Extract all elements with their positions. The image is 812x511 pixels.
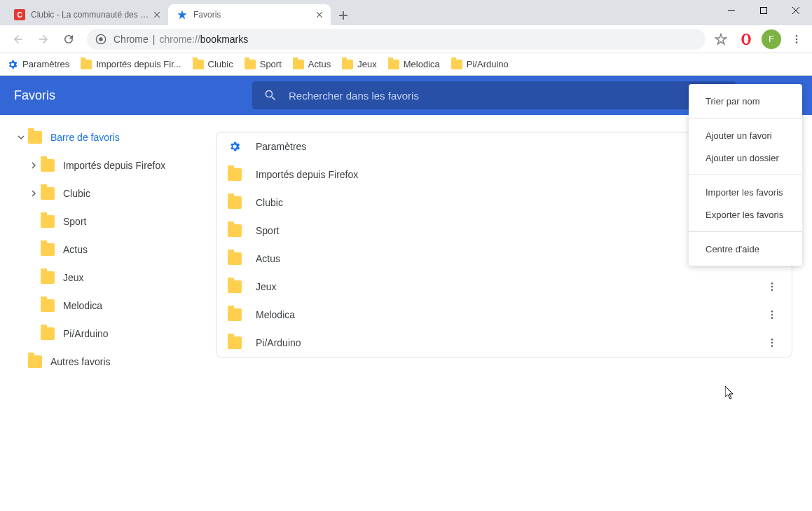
tab-close-icon[interactable] <box>314 9 325 20</box>
row-menu-button[interactable] <box>764 306 780 323</box>
folder-icon <box>193 60 204 69</box>
tree-item[interactable]: Sport <box>0 207 196 236</box>
maximize-button[interactable] <box>748 0 780 21</box>
gear-icon <box>7 59 18 70</box>
menu-divider <box>689 231 802 232</box>
bookmark-bar-label: Importés depuis Fir... <box>96 59 181 69</box>
tree-item-label: Sport <box>63 216 86 227</box>
folder-icon <box>228 308 242 322</box>
opera-extension-icon[interactable] <box>736 29 756 49</box>
svg-point-21 <box>771 314 773 316</box>
bookmark-bar-label: Melodica <box>404 59 440 69</box>
search-box[interactable]: Rechercher dans les favoris <box>252 81 736 109</box>
svg-point-19 <box>771 289 773 291</box>
folder-icon <box>293 60 304 69</box>
list-row-label: Jeux <box>256 281 764 292</box>
svg-point-11 <box>99 37 102 41</box>
omnibox-chrome-label: Chrome <box>113 34 149 45</box>
tree-item[interactable]: Pi/Arduino <box>0 320 196 348</box>
tab-favoris[interactable]: Favoris <box>168 4 331 25</box>
menu-item[interactable]: Trier par nom <box>689 90 802 112</box>
folder-icon <box>228 336 242 350</box>
tree-item[interactable]: Barre de favoris <box>0 123 196 151</box>
folder-icon <box>228 252 242 266</box>
menu-item[interactable]: Importer les favoris <box>689 181 802 203</box>
reload-button[interactable] <box>56 27 81 52</box>
search-icon <box>263 88 277 102</box>
menu-item[interactable]: Exporter les favoris <box>689 203 802 226</box>
chevron-right-icon[interactable] <box>27 190 41 197</box>
menu-item[interactable]: Centre d'aide <box>689 238 802 260</box>
tree-item[interactable]: Melodica <box>0 292 196 320</box>
tree-item[interactable]: Importés depuis Firefox <box>0 151 196 179</box>
tree-item-label: Jeux <box>63 272 84 283</box>
svg-point-20 <box>771 311 773 313</box>
back-button[interactable] <box>6 27 31 52</box>
svg-point-14 <box>796 35 798 37</box>
organize-menu: Trier par nomAjouter un favoriAjouter un… <box>689 84 802 266</box>
clubic-favicon-icon: C <box>14 9 25 20</box>
bookmark-bar-label: Actus <box>308 59 331 69</box>
folder-icon <box>41 187 55 200</box>
menu-item[interactable]: Ajouter un dossier <box>689 147 802 169</box>
minimize-button[interactable] <box>715 0 748 21</box>
folder-icon <box>245 60 256 69</box>
bookmark-bar-item[interactable]: Paramètres <box>7 59 69 70</box>
chevron-right-icon[interactable] <box>27 162 41 169</box>
bookmark-bar-item[interactable]: Pi/Arduino <box>451 59 509 69</box>
svg-rect-1 <box>761 8 767 14</box>
tree-item-label: Pi/Arduino <box>63 328 109 339</box>
tab-close-icon[interactable] <box>151 9 163 20</box>
bookmark-bar-item[interactable]: Melodica <box>388 59 440 69</box>
folder-icon <box>41 299 55 312</box>
list-row[interactable]: Jeux <box>216 273 792 301</box>
bookmark-bar-label: Jeux <box>357 59 376 69</box>
chevron-down-icon[interactable] <box>14 134 28 141</box>
folder-icon <box>41 215 55 228</box>
tree-item[interactable]: Jeux <box>0 264 196 292</box>
row-menu-button[interactable] <box>764 334 780 351</box>
app-title: Favoris <box>14 88 252 103</box>
new-tab-button[interactable] <box>333 6 353 25</box>
svg-point-13 <box>744 34 749 43</box>
bookmark-bar-label: Pi/Arduino <box>467 59 509 69</box>
list-row[interactable]: Pi/Arduino <box>216 329 792 357</box>
svg-point-16 <box>796 41 798 43</box>
bookmark-bar-item[interactable]: Sport <box>245 59 282 69</box>
chrome-menu-button[interactable] <box>787 29 806 49</box>
profile-avatar[interactable]: F <box>762 29 781 49</box>
bookmark-bar-label: Clubic <box>208 59 233 69</box>
close-window-button[interactable] <box>780 0 812 21</box>
tree-item-label: Actus <box>63 244 88 255</box>
list-row[interactable]: Melodica <box>216 301 792 329</box>
bookmark-bar-label: Sport <box>260 59 282 69</box>
tree-item-label: Barre de favoris <box>50 132 120 143</box>
folder-icon <box>81 60 92 69</box>
folder-icon <box>28 131 42 144</box>
omnibox[interactable]: Chrome | chrome://bookmarks <box>87 29 706 50</box>
tab-clubic[interactable]: C Clubic - La communauté des pas <box>6 4 168 25</box>
gear-icon <box>228 139 242 154</box>
svg-point-18 <box>771 286 773 288</box>
list-row-label: Pi/Arduino <box>256 337 764 348</box>
bookmark-bar-item[interactable]: Jeux <box>342 59 376 69</box>
tree-item[interactable]: Autres favoris <box>0 348 196 376</box>
bookmark-bar-item[interactable]: Clubic <box>193 59 233 69</box>
bookmark-bar-item[interactable]: Actus <box>293 59 331 69</box>
folder-icon <box>228 280 242 294</box>
tree-item[interactable]: Actus <box>0 236 196 264</box>
list-row-label: Melodica <box>256 309 764 320</box>
chrome-icon <box>95 34 106 45</box>
tree-item-label: Autres favoris <box>50 356 111 367</box>
tree-item-label: Clubic <box>63 188 90 199</box>
bookmark-bar-item[interactable]: Importés depuis Fir... <box>81 59 181 69</box>
tab-title: Clubic - La communauté des pas <box>31 10 151 20</box>
svg-point-15 <box>796 38 798 40</box>
svg-point-22 <box>771 317 773 319</box>
bookmark-star-button[interactable] <box>711 29 731 49</box>
forward-button[interactable] <box>31 27 56 52</box>
tree-item[interactable]: Clubic <box>0 179 196 207</box>
row-menu-button[interactable] <box>764 278 780 295</box>
menu-item[interactable]: Ajouter un favori <box>689 124 802 147</box>
folder-icon <box>228 168 242 182</box>
